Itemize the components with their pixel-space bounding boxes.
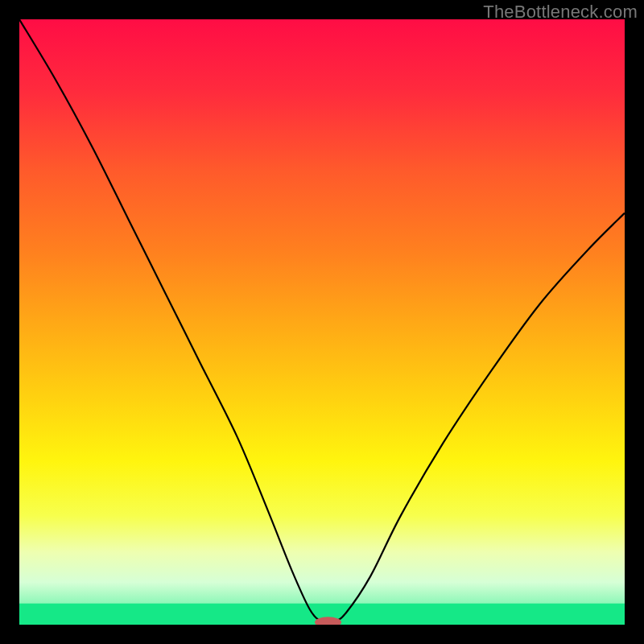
bottleneck-chart: [19, 19, 625, 625]
plot-area: [19, 19, 625, 625]
gradient-background: [19, 19, 625, 625]
chart-frame: TheBottleneck.com: [0, 0, 644, 644]
